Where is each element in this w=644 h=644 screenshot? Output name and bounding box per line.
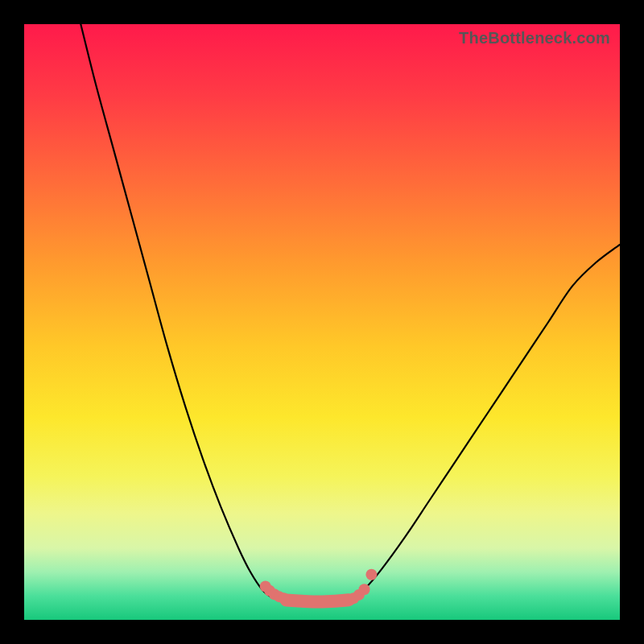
chart-svg <box>24 24 620 620</box>
highlight-outlier <box>365 569 377 580</box>
svg-point-4 <box>279 592 290 604</box>
svg-point-8 <box>365 569 377 580</box>
highlight-band <box>287 600 349 601</box>
highlight-right <box>348 584 369 604</box>
svg-point-7 <box>359 584 370 595</box>
plot-area: TheBottleneck.com <box>24 24 620 620</box>
black-curve <box>80 24 620 602</box>
chart-frame: TheBottleneck.com <box>0 0 644 644</box>
